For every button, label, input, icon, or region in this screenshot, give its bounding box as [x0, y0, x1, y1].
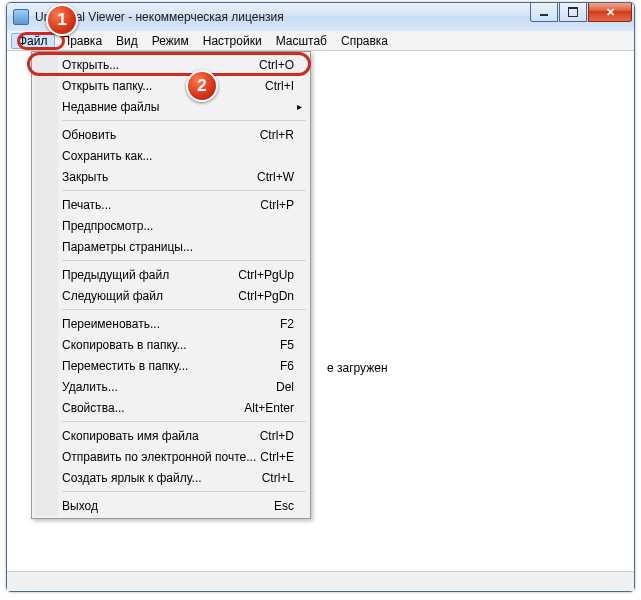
menu-item-shortcut: F6 — [280, 359, 294, 373]
menu-item-label: Печать... — [62, 198, 111, 212]
menu-item-shortcut: F2 — [280, 317, 294, 331]
menu-item[interactable]: Открыть...Ctrl+O — [34, 54, 308, 75]
menu-item-label: Скопировать в папку... — [62, 338, 187, 352]
menu-item-shortcut: Ctrl+PgUp — [238, 268, 294, 282]
menu-item-label: Открыть... — [62, 58, 119, 72]
minimize-button[interactable] — [530, 3, 558, 22]
menu-file[interactable]: Файл — [11, 33, 55, 49]
menu-item[interactable]: Печать...Ctrl+P — [34, 194, 308, 215]
menu-separator — [62, 309, 306, 310]
menu-item[interactable]: Предпросмотр... — [34, 215, 308, 236]
menu-item-shortcut: Ctrl+R — [260, 128, 294, 142]
menu-item-label: Переместить в папку... — [62, 359, 188, 373]
menu-item-label: Удалить... — [62, 380, 118, 394]
menu-item[interactable]: Переместить в папку...F6 — [34, 355, 308, 376]
menu-item[interactable]: Отправить по электронной почте...Ctrl+E — [34, 446, 308, 467]
menu-item[interactable]: Предыдущий файлCtrl+PgUp — [34, 264, 308, 285]
menu-view[interactable]: Вид — [109, 33, 145, 49]
close-button[interactable] — [588, 3, 632, 22]
menu-separator — [62, 421, 306, 422]
menu-settings[interactable]: Настройки — [196, 33, 269, 49]
titlebar[interactable]: Universal Viewer - некоммерческая лиценз… — [7, 3, 634, 31]
menu-item[interactable]: Свойства...Alt+Enter — [34, 397, 308, 418]
menu-item-label: Обновить — [62, 128, 116, 142]
menu-item-shortcut: Ctrl+PgDn — [238, 289, 294, 303]
menu-item[interactable]: Создать ярлык к файлу...Ctrl+L — [34, 467, 308, 488]
menu-item[interactable]: ЗакрытьCtrl+W — [34, 166, 308, 187]
menu-item-shortcut: Ctrl+L — [262, 471, 294, 485]
file-menu-dropdown: Открыть...Ctrl+OОткрыть папку...Ctrl+IНе… — [31, 51, 311, 519]
menu-item-shortcut: Esc — [274, 499, 294, 513]
menu-item-label: Следующий файл — [62, 289, 163, 303]
menu-item-shortcut: F5 — [280, 338, 294, 352]
menu-item[interactable]: Переименовать...F2 — [34, 313, 308, 334]
menu-item-shortcut: Ctrl+D — [260, 429, 294, 443]
menu-item-label: Открыть папку... — [62, 79, 152, 93]
menu-item-shortcut: Ctrl+P — [260, 198, 294, 212]
menu-help[interactable]: Справка — [334, 33, 395, 49]
menu-separator — [62, 491, 306, 492]
maximize-button[interactable] — [559, 3, 587, 22]
menu-item[interactable]: ОбновитьCtrl+R — [34, 124, 308, 145]
menu-item-label: Создать ярлык к файлу... — [62, 471, 202, 485]
statusbar — [7, 571, 634, 591]
menu-item[interactable]: Параметры страницы... — [34, 236, 308, 257]
menu-item-label: Отправить по электронной почте... — [62, 450, 256, 464]
menu-item[interactable]: Скопировать имя файлаCtrl+D — [34, 425, 308, 446]
menu-item-label: Предпросмотр... — [62, 219, 153, 233]
menubar: Файл Правка Вид Режим Настройки Масштаб … — [7, 31, 634, 51]
menu-item-shortcut: Del — [276, 380, 294, 394]
menu-item-label: Переименовать... — [62, 317, 160, 331]
menu-item[interactable]: ВыходEsc — [34, 495, 308, 516]
app-icon — [13, 9, 29, 25]
menu-item[interactable]: Скопировать в папку...F5 — [34, 334, 308, 355]
status-text: е загружен — [327, 361, 388, 375]
menu-item-shortcut: Ctrl+O — [259, 58, 294, 72]
menu-item[interactable]: Удалить...Del — [34, 376, 308, 397]
menu-item-label: Предыдущий файл — [62, 268, 169, 282]
menu-item-shortcut: Alt+Enter — [244, 401, 294, 415]
menu-item[interactable]: Недавние файлы — [34, 96, 308, 117]
menu-item-label: Скопировать имя файла — [62, 429, 199, 443]
menu-mode[interactable]: Режим — [145, 33, 196, 49]
annotation-badge-1: 1 — [46, 4, 78, 36]
menu-item-shortcut: Ctrl+W — [257, 170, 294, 184]
annotation-badge-2: 2 — [186, 70, 218, 102]
menu-item-shortcut: Ctrl+I — [265, 79, 294, 93]
menu-separator — [62, 120, 306, 121]
menu-separator — [62, 260, 306, 261]
menu-item-label: Сохранить как... — [62, 149, 152, 163]
menu-item-label: Параметры страницы... — [62, 240, 193, 254]
menu-item-label: Недавние файлы — [62, 100, 159, 114]
menu-item-label: Закрыть — [62, 170, 108, 184]
menu-separator — [62, 190, 306, 191]
menu-item-label: Выход — [62, 499, 98, 513]
menu-item[interactable]: Следующий файлCtrl+PgDn — [34, 285, 308, 306]
menu-item-label: Свойства... — [62, 401, 125, 415]
menu-zoom[interactable]: Масштаб — [269, 33, 334, 49]
menu-item[interactable]: Сохранить как... — [34, 145, 308, 166]
menu-item-shortcut: Ctrl+E — [260, 450, 294, 464]
window-controls — [529, 3, 632, 22]
menu-item[interactable]: Открыть папку...Ctrl+I — [34, 75, 308, 96]
